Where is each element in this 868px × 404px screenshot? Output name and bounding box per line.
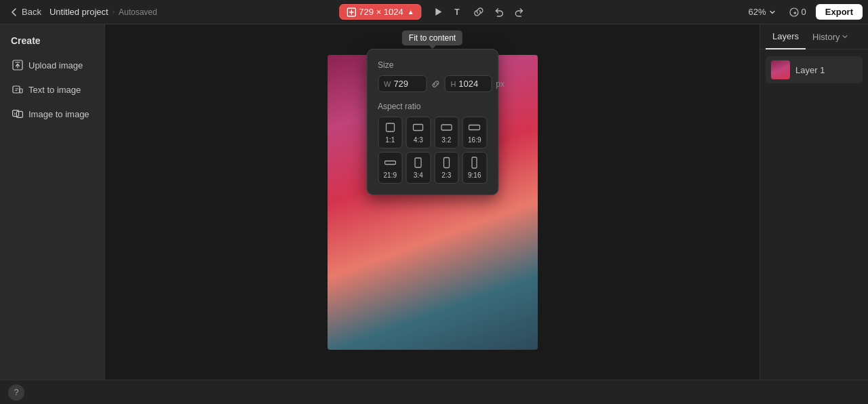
bottom-bar: ? [0,380,868,404]
play-button[interactable] [429,3,448,22]
tab-layers[interactable]: Layers [766,24,806,49]
layer-name: Layer 1 [795,65,825,75]
ratio-4-3[interactable]: 4:3 [406,117,431,148]
size-section-title: Size [378,60,487,70]
svg-marker-1 [435,8,441,16]
ratio-3-2-label: 3:2 [441,136,451,144]
svg-text:✦: ✦ [793,10,797,16]
ratio-3-4[interactable]: 3:4 [406,152,431,184]
chevron-down-icon [842,33,848,40]
upload-icon [12,60,23,70]
topbar-left: Back Untitled project › Autosaved [5,5,157,18]
ratio-2-3[interactable]: 2:3 [434,152,459,184]
svg-rect-7 [20,89,22,93]
chevron-up-icon: ▲ [408,8,414,16]
tab-history[interactable]: History [806,25,855,49]
size-display: 729 × 1024 [359,7,403,17]
ratio-21-9-icon [384,157,396,169]
svg-rect-16 [443,158,449,168]
ratio-4-3-label: 4:3 [414,136,423,144]
redo-button[interactable] [510,3,529,22]
sidebar-item-image-to-image-label: Image to image [28,109,90,119]
ratio-grid: 1:1 4:3 3:2 [378,117,487,184]
undo-button[interactable] [490,3,509,22]
right-panel-tabs: Layers History [760,24,868,49]
aspect-ratio-title: Aspect ratio [378,102,487,111]
resize-icon [347,7,356,17]
layers-list: Layer 1 [760,49,868,90]
magic-icon: ✦ [789,7,799,17]
ratio-3-4-label: 3:4 [414,171,423,179]
main-area: Create Upload image Text to image [0,24,868,380]
ratio-16-9-label: 16:9 [468,136,481,144]
svg-rect-14 [384,161,395,165]
zoom-value: 62% [749,7,766,17]
svg-rect-13 [469,125,480,130]
svg-rect-17 [472,157,477,168]
sidebar-item-text-to-image[interactable]: Text to image [5,79,99,100]
topbar: Back Untitled project › Autosaved 729 × … [0,0,868,24]
back-button[interactable]: Back [5,5,45,18]
svg-rect-12 [441,125,452,130]
width-input[interactable] [393,79,420,89]
link-toggle-icon[interactable] [431,79,440,89]
ratio-1-1-icon [384,121,396,134]
svg-rect-10 [386,123,394,132]
link-icon-btn[interactable] [469,3,488,22]
width-input-group: W [378,75,427,92]
text-to-image-icon [12,84,23,95]
tab-history-label: History [812,32,840,42]
ratio-2-3-label: 2:3 [441,171,451,179]
export-button[interactable]: Export [816,4,863,20]
ratio-9-16-label: 9:16 [468,171,481,179]
height-input[interactable] [458,79,486,89]
project-name[interactable]: Untitled project [50,7,108,17]
svg-rect-15 [415,158,421,167]
autosaved-label: Autosaved [119,7,157,17]
ratio-1-1-label: 1:1 [385,136,395,144]
separator: › [113,8,115,16]
svg-text:T: T [454,7,460,17]
canvas-area[interactable]: Fit to content Size W H [105,24,760,380]
right-panel: Layers History Layer 1 [760,24,868,380]
ratio-3-2-icon [440,121,452,134]
ratio-16-9-icon [469,121,481,134]
size-popup: Fit to content Size W H [366,49,498,195]
chevron-down-icon [769,9,776,16]
height-input-group: H [444,75,492,92]
ratio-1-1[interactable]: 1:1 [378,117,403,148]
ratio-21-9-label: 21:9 [384,171,397,179]
ratio-16-9[interactable]: 16:9 [462,117,488,148]
ratio-3-2[interactable]: 3:2 [434,117,459,148]
popup-overlay: Fit to content Size W H [366,49,498,195]
tab-layers-label: Layers [772,31,799,41]
ratio-2-3-icon [440,157,452,169]
ratio-4-3-icon [412,121,425,134]
width-label: W [384,80,391,88]
sidebar-item-upload-label: Upload image [28,60,83,70]
size-inputs: W H px [378,75,487,92]
ratio-9-16[interactable]: 9:16 [462,152,488,184]
counter-button[interactable]: ✦ 0 [785,5,810,18]
image-to-image-icon [12,108,23,119]
sidebar: Create Upload image Text to image [0,24,105,380]
sidebar-item-image-to-image[interactable]: Image to image [5,103,99,125]
sidebar-create-title: Create [5,31,99,52]
layer-thumbnail [771,60,790,79]
px-label: px [496,79,505,89]
topbar-right: 62% ✦ 0 Export [745,4,863,20]
back-label: Back [22,7,41,17]
svg-rect-6 [13,86,20,93]
topbar-center: 729 × 1024 ▲ T [339,3,528,22]
height-label: H [450,80,456,88]
ratio-9-16-icon [469,157,481,169]
toolbar-icons: T [429,3,529,22]
sidebar-item-upload[interactable]: Upload image [5,54,99,76]
layer-item[interactable]: Layer 1 [766,56,863,83]
text-icon-btn[interactable]: T [449,3,468,22]
zoom-control[interactable]: 62% [745,5,780,18]
help-button[interactable]: ? [8,384,24,401]
size-button[interactable]: 729 × 1024 ▲ [339,4,421,20]
counter-value: 0 [802,7,806,17]
ratio-21-9[interactable]: 21:9 [378,152,403,184]
